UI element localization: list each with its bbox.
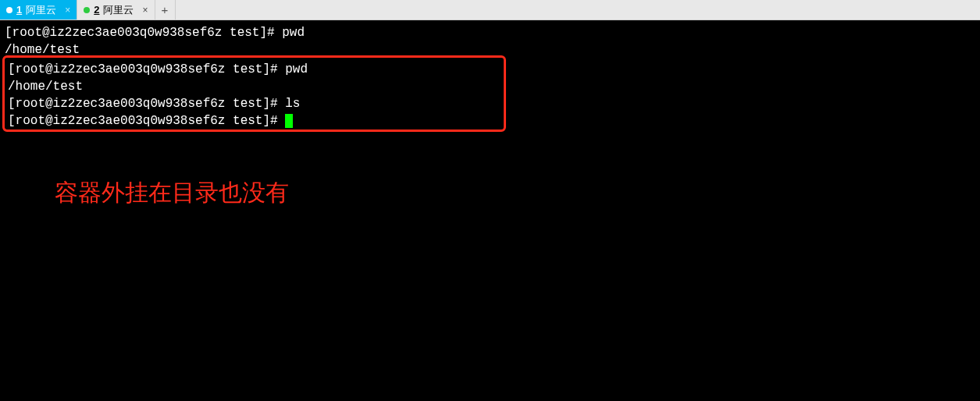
shell-command: ls (285, 97, 300, 111)
shell-command: pwd (282, 26, 305, 40)
annotation-text: 容器外挂在目录也没有 (55, 184, 289, 201)
terminal-line: [root@iz2zec3ae003q0w938sef6z test]# (8, 112, 501, 130)
shell-prompt: [root@iz2zec3ae003q0w938sef6z test]# (8, 62, 285, 76)
terminal-output: /home/test (8, 78, 501, 95)
tab-number: 1 (16, 4, 22, 16)
plus-icon: + (162, 3, 169, 16)
tab-1[interactable]: 1 阿里云 × (0, 0, 77, 20)
new-tab-button[interactable]: + (155, 0, 176, 20)
status-dot-icon (84, 7, 90, 13)
tab-label: 阿里云 (26, 3, 56, 17)
status-dot-icon (6, 7, 12, 13)
cursor-icon (285, 114, 293, 128)
terminal-line: [root@iz2zec3ae003q0w938sef6z test]# pwd (5, 24, 975, 41)
close-icon[interactable]: × (142, 5, 148, 16)
highlight-box: [root@iz2zec3ae003q0w938sef6z test]# pwd… (2, 55, 506, 132)
tab-number: 2 (94, 4, 99, 16)
tab-2[interactable]: 2 阿里云 × (77, 0, 155, 20)
tab-bar: 1 阿里云 × 2 阿里云 × + (0, 0, 980, 20)
terminal-line: [root@iz2zec3ae003q0w938sef6z test]# pwd (8, 61, 501, 78)
tab-label: 阿里云 (103, 3, 134, 17)
close-icon[interactable]: × (65, 5, 70, 16)
terminal[interactable]: [root@iz2zec3ae003q0w938sef6z test]# pwd… (0, 20, 980, 401)
shell-prompt: [root@iz2zec3ae003q0w938sef6z test]# (8, 114, 285, 128)
shell-prompt: [root@iz2zec3ae003q0w938sef6z test]# (8, 97, 285, 111)
shell-command: pwd (285, 62, 308, 76)
terminal-output: /home/test (5, 41, 975, 59)
shell-prompt: [root@iz2zec3ae003q0w938sef6z test]# (5, 26, 282, 40)
terminal-line: [root@iz2zec3ae003q0w938sef6z test]# ls (8, 95, 501, 112)
